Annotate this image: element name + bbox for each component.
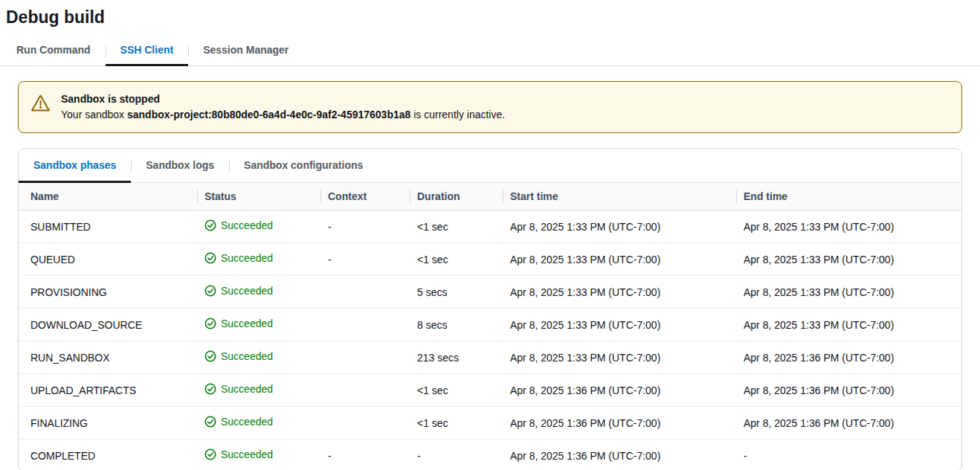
phase-start-time: Apr 8, 2025 1:33 PM (UTC-7:00) xyxy=(503,243,736,276)
phase-duration: - xyxy=(410,440,503,470)
phase-duration: <1 sec xyxy=(410,374,503,407)
sandbox-phases-table: Name Status Context Duration Start time … xyxy=(19,183,961,470)
phase-start-time: Apr 8, 2025 1:36 PM (UTC-7:00) xyxy=(503,407,736,440)
warning-triangle-icon xyxy=(30,93,51,113)
phase-status: Succeeded xyxy=(197,440,320,470)
sandbox-stopped-alert: Sandbox is stopped Your sandbox sandbox-… xyxy=(18,81,962,133)
success-check-circle-icon xyxy=(204,448,216,460)
phase-start-time: Apr 8, 2025 1:33 PM (UTC-7:00) xyxy=(503,210,736,243)
status-label: Succeeded xyxy=(221,252,273,264)
phase-name: COMPLETED xyxy=(19,440,197,470)
table-row: QUEUED Succeeded - <1 sec Apr 8, 2025 1:… xyxy=(19,243,961,276)
success-check-circle-icon xyxy=(204,350,216,362)
phase-context xyxy=(320,374,410,407)
table-row: PROVISIONING Succeeded 5 secs Apr 8, 202… xyxy=(19,276,961,309)
phase-start-time: Apr 8, 2025 1:33 PM (UTC-7:00) xyxy=(503,341,736,374)
phase-end-time: Apr 8, 2025 1:36 PM (UTC-7:00) xyxy=(736,407,961,440)
column-header-name: Name xyxy=(19,183,197,210)
sandbox-detail-tabs: Sandbox phases Sandbox logs Sandbox conf… xyxy=(19,149,961,183)
column-header-context: Context xyxy=(320,183,410,210)
table-row: RUN_SANDBOX Succeeded 213 secs Apr 8, 20… xyxy=(19,341,961,374)
phase-context xyxy=(320,407,410,440)
phase-context xyxy=(320,341,410,374)
phase-name: SUBMITTED xyxy=(19,210,197,243)
phase-name: FINALIZING xyxy=(19,407,197,440)
phase-context xyxy=(320,309,410,341)
table-row: SUBMITTED Succeeded - <1 sec Apr 8, 2025… xyxy=(19,210,961,243)
content-area: Sandbox is stopped Your sandbox sandbox-… xyxy=(0,66,980,470)
tab-session-manager[interactable]: Session Manager xyxy=(188,36,303,65)
phase-end-time: Apr 8, 2025 1:36 PM (UTC-7:00) xyxy=(736,341,961,374)
column-header-end-time: End time xyxy=(736,183,961,210)
build-debug-tabs: Run Command SSH Client Session Manager xyxy=(0,36,980,66)
phase-duration: <1 sec xyxy=(410,407,503,440)
phase-context: - xyxy=(320,243,410,276)
status-label: Succeeded xyxy=(221,416,273,428)
alert-message-suffix: is currently inactive. xyxy=(410,109,505,120)
tab-sandbox-logs-label: Sandbox logs xyxy=(146,159,214,171)
phase-end-time: - xyxy=(736,440,961,470)
tab-sandbox-phases[interactable]: Sandbox phases xyxy=(19,149,131,182)
phase-context: - xyxy=(320,210,410,243)
alert-message: Your sandbox sandbox-project:80b80de0-6a… xyxy=(61,107,505,123)
phase-start-time: Apr 8, 2025 1:36 PM (UTC-7:00) xyxy=(503,440,736,470)
phase-duration: 8 secs xyxy=(410,309,503,341)
table-header-row: Name Status Context Duration Start time … xyxy=(19,183,961,210)
column-header-start-time: Start time xyxy=(503,183,736,210)
sandbox-details-panel: Sandbox phases Sandbox logs Sandbox conf… xyxy=(18,148,962,470)
alert-body: Sandbox is stopped Your sandbox sandbox-… xyxy=(61,91,505,123)
success-check-circle-icon xyxy=(204,219,216,231)
tab-sandbox-configurations[interactable]: Sandbox configurations xyxy=(229,149,378,182)
phase-status: Succeeded xyxy=(197,309,320,341)
phase-status: Succeeded xyxy=(197,374,320,407)
phase-end-time: Apr 8, 2025 1:33 PM (UTC-7:00) xyxy=(736,276,961,309)
tab-sandbox-logs[interactable]: Sandbox logs xyxy=(131,149,229,182)
phase-duration: <1 sec xyxy=(410,243,503,276)
tab-sandbox-configurations-label: Sandbox configurations xyxy=(244,159,363,171)
phase-name: UPLOAD_ARTIFACTS xyxy=(19,374,197,407)
status-label: Succeeded xyxy=(221,219,273,231)
tab-ssh-client-label: SSH Client xyxy=(120,44,174,56)
sandbox-id: sandbox-project:80b80de0-6a4d-4e0c-9af2-… xyxy=(127,109,410,120)
table-row: FINALIZING Succeeded <1 sec Apr 8, 2025 … xyxy=(19,407,961,440)
debug-build-page: Debug build Run Command SSH Client Sessi… xyxy=(0,7,980,470)
phase-status: Succeeded xyxy=(197,407,320,440)
page-title: Debug build xyxy=(6,7,980,28)
status-label: Succeeded xyxy=(221,383,273,395)
tab-run-command[interactable]: Run Command xyxy=(1,36,106,65)
success-check-circle-icon xyxy=(204,383,216,395)
phase-context: - xyxy=(320,440,410,470)
status-label: Succeeded xyxy=(221,318,273,329)
phase-name: DOWNLOAD_SOURCE xyxy=(19,309,197,341)
column-header-status: Status xyxy=(197,183,320,210)
status-label: Succeeded xyxy=(221,350,273,362)
status-label: Succeeded xyxy=(221,285,273,297)
status-label: Succeeded xyxy=(221,448,273,460)
table-row: UPLOAD_ARTIFACTS Succeeded <1 sec Apr 8,… xyxy=(19,374,961,407)
phase-start-time: Apr 8, 2025 1:36 PM (UTC-7:00) xyxy=(503,374,736,407)
success-check-circle-icon xyxy=(204,252,216,264)
tab-session-manager-label: Session Manager xyxy=(203,44,288,56)
phase-end-time: Apr 8, 2025 1:36 PM (UTC-7:00) xyxy=(736,374,961,407)
phase-context xyxy=(320,276,410,309)
alert-message-prefix: Your sandbox xyxy=(61,109,127,120)
success-check-circle-icon xyxy=(204,416,216,428)
phase-start-time: Apr 8, 2025 1:33 PM (UTC-7:00) xyxy=(503,276,736,309)
tab-sandbox-phases-label: Sandbox phases xyxy=(33,159,116,171)
column-header-duration: Duration xyxy=(410,183,503,210)
phase-status: Succeeded xyxy=(197,243,320,276)
phase-duration: 5 secs xyxy=(410,276,503,309)
phase-status: Succeeded xyxy=(197,210,320,243)
tab-ssh-client[interactable]: SSH Client xyxy=(106,36,189,65)
phase-name: PROVISIONING xyxy=(19,276,197,309)
success-check-circle-icon xyxy=(204,285,216,297)
phase-end-time: Apr 8, 2025 1:33 PM (UTC-7:00) xyxy=(736,243,961,276)
tab-run-command-label: Run Command xyxy=(16,44,91,56)
phase-name: QUEUED xyxy=(19,243,197,276)
phase-end-time: Apr 8, 2025 1:33 PM (UTC-7:00) xyxy=(736,210,961,243)
phase-duration: 213 secs xyxy=(410,341,503,374)
success-check-circle-icon xyxy=(204,318,216,329)
phase-status: Succeeded xyxy=(197,341,320,374)
phase-name: RUN_SANDBOX xyxy=(19,341,197,374)
alert-title: Sandbox is stopped xyxy=(61,91,505,107)
